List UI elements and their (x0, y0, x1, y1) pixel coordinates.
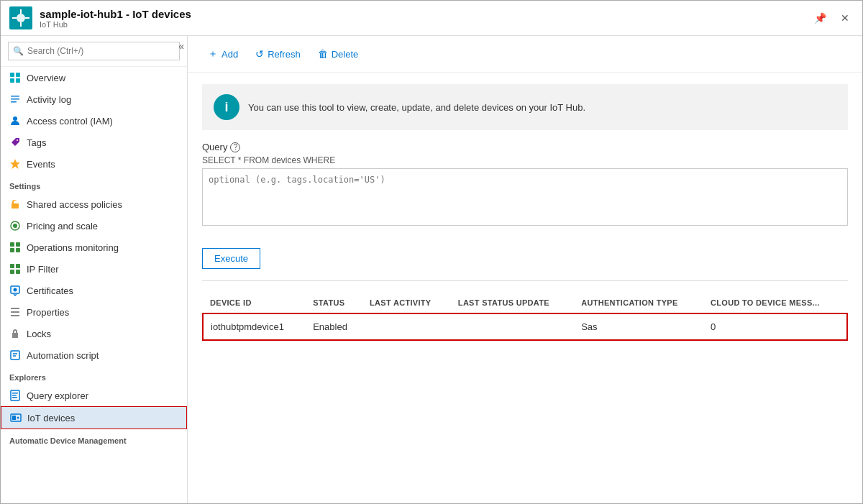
sidebar-item-automation[interactable]: Automation script (1, 344, 187, 366)
properties-label: Properties (27, 307, 69, 318)
svg-point-1 (17, 14, 25, 22)
delete-button[interactable]: 🗑 Delete (309, 44, 367, 64)
sidebar-item-overview[interactable]: Overview (1, 67, 187, 88)
cell-status: Enabled (306, 313, 362, 340)
certificates-label: Certificates (27, 285, 73, 296)
svg-rect-20 (16, 248, 20, 252)
delete-icon: 🗑 (318, 48, 328, 60)
svg-rect-10 (11, 96, 19, 97)
window-subtitle: IoT Hub (40, 20, 191, 29)
col-status: STATUS (306, 293, 362, 313)
svg-rect-9 (16, 78, 20, 83)
title-bar: sample-iot-hub1 - IoT devices IoT Hub 📌 … (1, 1, 862, 36)
svg-rect-29 (11, 315, 19, 316)
col-device-id: DEVICE ID (203, 293, 306, 313)
cell-last-status (451, 313, 574, 340)
sidebar-item-access-control[interactable]: Access control (IAM) (1, 110, 187, 132)
query-prefix: SELECT * FROM devices WHERE (202, 155, 848, 165)
svg-rect-33 (12, 395, 17, 396)
col-last-status: LAST STATUS UPDATE (451, 293, 574, 313)
title-bar-left: sample-iot-hub1 - IoT devices IoT Hub (9, 6, 191, 29)
access-control-label: Access control (IAM) (27, 116, 113, 127)
svg-rect-28 (11, 311, 19, 313)
svg-point-37 (17, 417, 19, 419)
explorers-section-label: Explorers (1, 366, 187, 385)
table-row[interactable]: iothubtpmdevice1 Enabled Sas 0 (203, 313, 847, 340)
search-icon: 🔍 (13, 46, 24, 56)
svg-rect-18 (16, 242, 20, 247)
svg-point-16 (13, 224, 17, 228)
execute-button[interactable]: Execute (202, 248, 260, 269)
title-text: sample-iot-hub1 - IoT devices IoT Hub (40, 8, 191, 29)
window-title: sample-iot-hub1 - IoT devices (40, 8, 191, 20)
sidebar-item-activity-log[interactable]: Activity log (1, 88, 187, 110)
svg-rect-7 (16, 73, 20, 77)
search-input[interactable] (8, 42, 180, 60)
sidebar: « 🔍 Overview (1, 36, 188, 503)
sidebar-collapse-button[interactable]: « (178, 40, 184, 52)
sidebar-item-properties[interactable]: Properties (1, 301, 187, 323)
svg-rect-19 (10, 248, 14, 252)
svg-rect-34 (12, 397, 17, 398)
sidebar-item-tags[interactable]: Tags (1, 132, 187, 153)
sidebar-scroll-area: Overview Activity log Access control (IA… (1, 67, 187, 503)
col-auth-type: AUTHENTICATION TYPE (574, 293, 703, 313)
add-icon: ＋ (208, 47, 218, 60)
refresh-icon: ↺ (255, 48, 264, 60)
sidebar-item-ip-filter[interactable]: IP Filter (1, 258, 187, 280)
query-explorer-label: Query explorer (27, 390, 88, 401)
automation-icon (9, 349, 21, 361)
ip-filter-label: IP Filter (27, 264, 59, 275)
sidebar-item-pricing[interactable]: Pricing and scale (1, 215, 187, 237)
settings-section-label: Settings (1, 175, 187, 193)
sidebar-item-query-explorer[interactable]: Query explorer (1, 385, 187, 406)
cell-last-activity (362, 313, 451, 340)
sidebar-item-certificates[interactable]: Certificates (1, 280, 187, 301)
add-button[interactable]: ＋ Add (199, 43, 247, 65)
operations-label: Operations monitoring (27, 242, 119, 253)
sidebar-search-area: 🔍 (1, 36, 187, 67)
sidebar-item-locks[interactable]: Locks (1, 323, 187, 344)
info-icon: i (214, 94, 239, 120)
table-header-row: DEVICE ID STATUS LAST ACTIVITY LAST STAT… (203, 293, 847, 313)
ip-filter-icon (9, 263, 21, 275)
automation-label: Automation script (27, 350, 99, 361)
locks-label: Locks (27, 329, 51, 339)
auto-device-section-label: Automatic Device Management (1, 429, 187, 448)
close-button[interactable]: ✕ (836, 9, 854, 27)
sidebar-item-iot-devices[interactable]: IoT devices (1, 406, 187, 429)
svg-rect-21 (10, 264, 14, 268)
col-last-activity: LAST ACTIVITY (362, 293, 451, 313)
pin-button[interactable]: 📌 (810, 9, 831, 27)
events-label: Events (27, 159, 55, 170)
query-label: Query ? (202, 142, 848, 152)
activity-log-label: Activity log (27, 94, 71, 105)
refresh-button[interactable]: ↺ Refresh (247, 44, 309, 64)
query-input[interactable] (202, 168, 848, 226)
sidebar-item-shared-access[interactable]: Shared access policies (1, 193, 187, 215)
query-explorer-icon (9, 390, 21, 401)
certificates-icon (9, 285, 21, 296)
cell-device-id: iothubtpmdevice1 (203, 313, 306, 340)
overview-label: Overview (27, 73, 65, 83)
iot-devices-icon (10, 412, 22, 423)
svg-rect-30 (11, 351, 19, 359)
main-window: sample-iot-hub1 - IoT devices IoT Hub 📌 … (0, 0, 863, 504)
info-banner: i You can use this tool to view, create,… (202, 84, 848, 130)
access-control-icon (9, 115, 21, 127)
sidebar-item-events[interactable]: Events (1, 153, 187, 175)
svg-point-26 (14, 288, 17, 292)
query-help-icon[interactable]: ? (230, 142, 240, 152)
svg-rect-27 (11, 308, 19, 309)
overview-icon (9, 72, 21, 83)
svg-rect-23 (10, 270, 14, 274)
sidebar-item-operations[interactable]: Operations monitoring (1, 237, 187, 258)
devices-table-body: iothubtpmdevice1 Enabled Sas 0 (203, 313, 847, 340)
activity-log-icon (9, 93, 21, 105)
pricing-icon (9, 220, 21, 232)
locks-icon (9, 328, 21, 339)
content-area: ＋ Add ↺ Refresh 🗑 Delete i You can use t… (188, 36, 862, 503)
shared-access-label: Shared access policies (27, 199, 122, 210)
cell-auth-type: Sas (574, 313, 703, 340)
svg-rect-22 (16, 264, 20, 268)
